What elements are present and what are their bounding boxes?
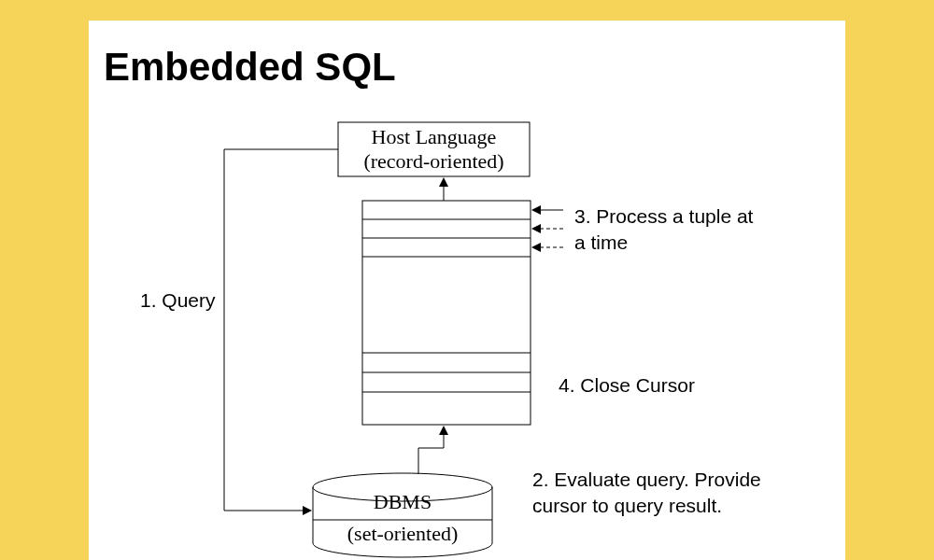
step-2-line2: cursor to query result. [532,493,722,518]
step-3-line1: 3. Process a tuple at [574,203,753,229]
svg-marker-17 [531,243,541,252]
svg-marker-10 [303,506,312,515]
svg-marker-13 [531,205,541,215]
svg-marker-15 [531,224,541,233]
dbms-label: DBMS [313,490,492,514]
step-2-line1: 2. Evaluate query. Provide [532,467,761,492]
step-1: 1. Query [140,287,216,313]
svg-rect-1 [362,201,531,425]
dbms-sub: (set-oriented) [313,522,492,546]
svg-marker-11 [439,426,448,435]
step-3-line2: a time [574,230,628,255]
step-4: 4. Close Cursor [559,372,695,398]
host-language-line1: Host Language [338,125,530,149]
slide: Embedded SQL Host L [89,21,845,560]
host-language-line2: (record-oriented) [338,149,530,174]
svg-marker-19 [439,177,448,187]
